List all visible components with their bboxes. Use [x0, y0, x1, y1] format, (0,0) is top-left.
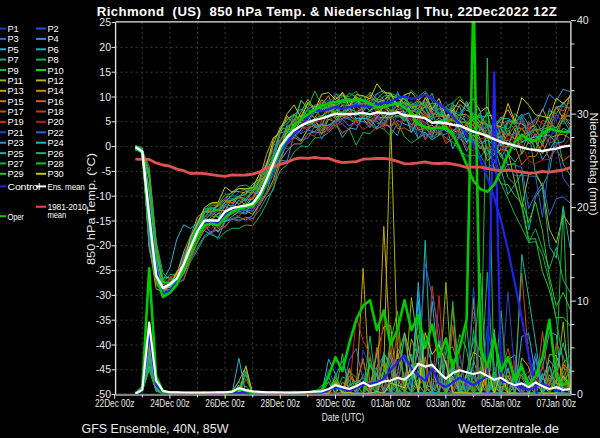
- svg-text:mean: mean: [48, 210, 67, 220]
- svg-text:05Jan 00z: 05Jan 00z: [481, 397, 521, 409]
- svg-text:P6: P6: [48, 45, 59, 55]
- svg-text:24Dec 00z: 24Dec 00z: [150, 397, 190, 409]
- svg-text:P7: P7: [8, 55, 19, 65]
- svg-text:-40: -40: [96, 339, 111, 351]
- svg-text:P24: P24: [48, 138, 64, 148]
- svg-text:Ens. mean: Ens. mean: [48, 182, 85, 192]
- svg-text:30Dec 00z: 30Dec 00z: [316, 397, 356, 409]
- svg-text:Control: Control: [8, 182, 41, 192]
- svg-text:P13: P13: [8, 86, 24, 96]
- svg-text:30: 30: [577, 108, 589, 120]
- svg-text:P23: P23: [8, 138, 24, 148]
- svg-text:P22: P22: [48, 128, 64, 138]
- svg-text:-30: -30: [96, 289, 111, 301]
- svg-text:Oper: Oper: [8, 212, 24, 222]
- svg-text:P25: P25: [8, 149, 24, 159]
- svg-text:P17: P17: [8, 107, 24, 117]
- svg-text:P16: P16: [48, 97, 64, 107]
- svg-text:P4: P4: [48, 34, 59, 44]
- svg-text:P15: P15: [8, 97, 24, 107]
- svg-text:-10: -10: [96, 190, 111, 202]
- svg-text:GFS Ensemble, 40N, 85W: GFS Ensemble, 40N, 85W: [82, 421, 230, 436]
- svg-text:0: 0: [105, 140, 111, 152]
- svg-text:P3: P3: [8, 34, 19, 44]
- svg-text:5: 5: [105, 115, 111, 127]
- svg-text:P21: P21: [8, 128, 24, 138]
- svg-text:26Dec 00z: 26Dec 00z: [205, 397, 245, 409]
- svg-text:P30: P30: [48, 169, 64, 179]
- svg-text:15: 15: [99, 66, 111, 78]
- svg-text:P18: P18: [48, 107, 64, 117]
- svg-text:P14: P14: [48, 86, 64, 96]
- svg-text:P8: P8: [48, 55, 59, 65]
- svg-text:28Dec 00z: 28Dec 00z: [261, 397, 301, 409]
- svg-text:10: 10: [99, 91, 111, 103]
- svg-text:-20: -20: [96, 239, 111, 251]
- svg-text:P1: P1: [8, 24, 19, 34]
- svg-text:01Jan 00z: 01Jan 00z: [371, 397, 411, 409]
- svg-text:07Jan 00z: 07Jan 00z: [537, 397, 577, 409]
- svg-text:P12: P12: [48, 76, 64, 86]
- svg-text:-25: -25: [96, 264, 111, 276]
- svg-text:P29: P29: [8, 169, 24, 179]
- svg-text:20: 20: [99, 41, 111, 53]
- svg-text:P19: P19: [8, 117, 24, 127]
- svg-text:P20: P20: [48, 117, 64, 127]
- svg-text:Date (UTC): Date (UTC): [322, 412, 365, 423]
- svg-text:22Dec 00z: 22Dec 00z: [95, 397, 135, 409]
- svg-text:Wetterzentrale.de: Wetterzentrale.de: [458, 421, 559, 436]
- svg-text:P27: P27: [8, 159, 24, 169]
- svg-text:-45: -45: [96, 363, 111, 375]
- svg-text:Richmond (US) 850 hPa Temp.: Richmond (US) 850 hPa Temp. & Niederschl…: [97, 4, 557, 19]
- svg-text:P5: P5: [8, 45, 19, 55]
- svg-text:03Jan 00z: 03Jan 00z: [426, 397, 466, 409]
- svg-text:-35: -35: [96, 314, 111, 326]
- svg-text:10: 10: [577, 295, 589, 307]
- svg-text:P11: P11: [8, 76, 23, 86]
- svg-text:P9: P9: [8, 66, 19, 76]
- svg-text:P10: P10: [48, 66, 64, 76]
- svg-text:-5: -5: [102, 165, 111, 177]
- svg-text:P26: P26: [48, 149, 64, 159]
- svg-text:40: 40: [577, 14, 589, 26]
- svg-text:P2: P2: [48, 24, 59, 34]
- svg-text:Niederschlag (mm): Niederschlag (mm): [588, 113, 600, 216]
- svg-text:20: 20: [577, 201, 589, 213]
- svg-text:0: 0: [577, 388, 583, 400]
- svg-text:-15: -15: [96, 215, 111, 227]
- svg-text:P28: P28: [48, 159, 64, 169]
